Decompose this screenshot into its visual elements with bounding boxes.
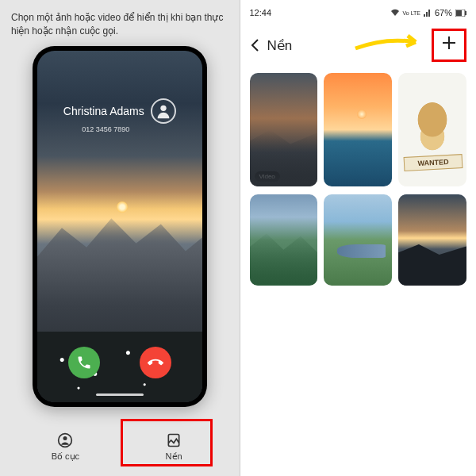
highlight-add-button xyxy=(432,29,466,62)
wallpaper-thumb[interactable] xyxy=(324,194,392,285)
svg-rect-6 xyxy=(465,11,466,15)
signal-icon xyxy=(424,9,432,17)
caller-info: Christina Adams 012 3456 7890 xyxy=(37,98,202,133)
call-screen-preview: Christina Adams 012 3456 7890 xyxy=(37,51,202,402)
status-bar: 12:44 Vo LTE 67% xyxy=(250,8,467,17)
caller-avatar xyxy=(151,98,176,124)
decline-call-button[interactable] xyxy=(140,347,171,378)
svg-point-0 xyxy=(160,105,166,110)
tab-layout-label: Bố cục xyxy=(11,451,120,462)
status-time: 12:44 xyxy=(250,8,272,17)
caller-name: Christina Adams xyxy=(63,105,144,117)
svg-rect-5 xyxy=(456,10,462,16)
highlight-background-tab xyxy=(121,419,213,466)
phone-accept-icon xyxy=(76,355,92,370)
phone-frame: Christina Adams 012 3456 7890 xyxy=(33,46,207,407)
call-background-settings-panel: Chọn một ảnh hoặc video để hiển thị khi … xyxy=(0,0,240,476)
call-buttons xyxy=(37,347,202,378)
wallpaper-thumb[interactable] xyxy=(398,73,466,186)
page-title: Nền xyxy=(267,37,293,54)
sun-graphic xyxy=(117,202,128,213)
wallpaper-grid-2 xyxy=(250,194,467,285)
video-badge: Video xyxy=(255,171,280,182)
background-gallery-panel: 12:44 Vo LTE 67% Nền xyxy=(240,0,477,476)
phone-decline-icon xyxy=(148,355,163,370)
dog-illustration xyxy=(409,96,456,164)
instruction-text: Chọn một ảnh hoặc video để hiển thị khi … xyxy=(11,11,228,38)
person-circle-icon xyxy=(11,432,120,448)
annotation-arrow xyxy=(354,34,425,53)
phone-preview: Christina Adams 012 3456 7890 xyxy=(11,46,228,426)
wallpaper-thumb[interactable]: Video xyxy=(250,73,318,186)
wallpaper-grid-1: Video xyxy=(250,73,467,186)
status-icons: Vo LTE 67% xyxy=(390,8,466,17)
svg-point-2 xyxy=(63,436,67,440)
caller-number: 012 3456 7890 xyxy=(37,125,202,133)
network-label: Vo LTE xyxy=(403,10,420,16)
person-icon xyxy=(155,102,172,120)
wallpaper-thumb[interactable] xyxy=(250,194,318,285)
home-indicator xyxy=(96,393,144,396)
battery-percent: 67% xyxy=(435,8,452,17)
wallpaper-thumb[interactable] xyxy=(324,73,392,186)
add-button[interactable] xyxy=(440,34,458,56)
back-button[interactable]: Nền xyxy=(250,37,293,54)
wallpaper-thumb[interactable] xyxy=(398,194,466,285)
tab-layout[interactable]: Bố cục xyxy=(11,432,120,462)
plus-icon xyxy=(440,34,458,52)
battery-icon xyxy=(455,10,466,17)
chevron-left-icon xyxy=(250,38,259,52)
wifi-icon xyxy=(390,9,400,17)
accept-call-button[interactable] xyxy=(68,347,100,378)
